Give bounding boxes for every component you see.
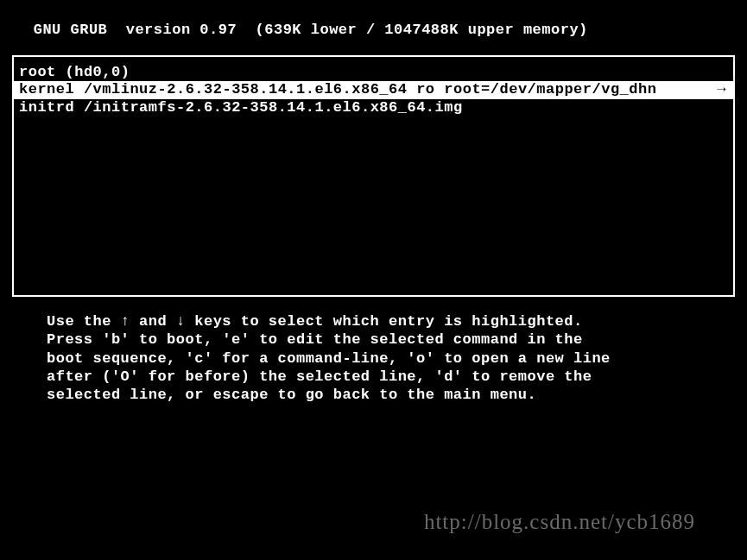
continuation-arrow-icon: →: [717, 81, 728, 98]
menu-item-initrd[interactable]: initrd /initramfs-2.6.32-358.14.1.el6.x8…: [14, 99, 733, 116]
boot-menu[interactable]: root (hd0,0) kernel /vmlinuz-2.6.32-358.…: [12, 55, 735, 297]
menu-item-kernel[interactable]: kernel /vmlinuz-2.6.32-358.14.1.el6.x86_…: [14, 81, 733, 98]
watermark: http://blog.csdn.net/ycb1689: [424, 510, 695, 534]
menu-item-root[interactable]: root (hd0,0): [14, 64, 733, 81]
grub-header: GNU GRUB version 0.97 (639K lower / 1047…: [0, 0, 747, 38]
menu-item-text: kernel /vmlinuz-2.6.32-358.14.1.el6.x86_…: [19, 81, 656, 98]
help-text: Use the ↑ and ↓ keys to select which ent…: [0, 297, 747, 404]
